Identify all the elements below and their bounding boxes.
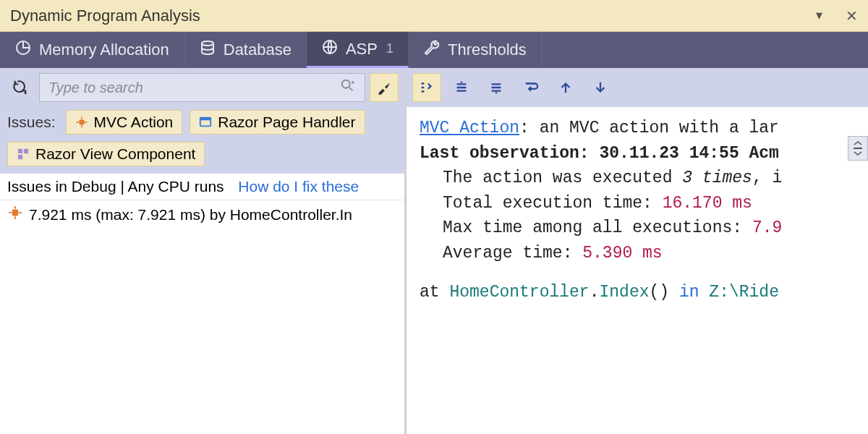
- filter-razor-page-handler[interactable]: Razor Page Handler: [190, 110, 365, 135]
- database-icon: [199, 39, 216, 61]
- refresh-button[interactable]: [6, 73, 35, 102]
- svg-rect-6: [200, 118, 210, 121]
- down-button[interactable]: [586, 73, 615, 102]
- wrench-icon: [423, 39, 441, 61]
- max-time-label: Max time among all executions:: [443, 218, 752, 237]
- search-field[interactable]: [39, 73, 365, 102]
- tab-label: ASP: [346, 40, 378, 59]
- tab-memory-allocation[interactable]: Memory Allocation: [0, 32, 184, 68]
- svg-rect-7: [18, 149, 22, 153]
- tab-badge: 1: [386, 41, 393, 56]
- file-path: Z:\Ride: [709, 283, 779, 302]
- avg-time-label: Average time:: [443, 244, 582, 263]
- details-text: The action was executed: [443, 169, 682, 187]
- highlight-button[interactable]: [370, 73, 399, 102]
- dropdown-icon[interactable]: ▾: [816, 9, 822, 22]
- tab-asp[interactable]: ASP 1: [307, 32, 409, 68]
- svg-rect-8: [24, 149, 28, 153]
- up-button[interactable]: [551, 73, 580, 102]
- target-icon: [75, 116, 88, 129]
- globe-icon: [321, 38, 339, 60]
- search-input[interactable]: [48, 80, 340, 96]
- details-text: : an MVC action with a lar: [519, 119, 779, 137]
- tab-thresholds[interactable]: Thresholds: [409, 32, 542, 68]
- parens: (): [649, 283, 678, 302]
- wrap-button[interactable]: [516, 73, 545, 102]
- method-name: Index: [599, 283, 649, 302]
- expand-selected-button[interactable]: [412, 73, 441, 102]
- svg-rect-4: [79, 119, 84, 124]
- how-do-i-fix-link[interactable]: How do I fix these: [238, 178, 359, 195]
- details-text: , i: [752, 169, 782, 187]
- separator: [224, 178, 233, 195]
- chip-label: Razor View Component: [35, 145, 195, 163]
- collapse-button[interactable]: [447, 73, 476, 102]
- window-icon: [199, 116, 212, 129]
- tab-label: Database: [224, 41, 292, 59]
- component-icon: [17, 148, 30, 161]
- last-observation-label: Last observation:: [420, 144, 599, 163]
- category-link[interactable]: MVC Action: [420, 119, 519, 137]
- issues-header-text: Issues in Debug | Any CPU runs: [7, 178, 224, 195]
- filter-mvc-action[interactable]: MVC Action: [66, 110, 183, 135]
- filter-razor-view-component[interactable]: Razor View Component: [7, 142, 205, 166]
- window-title: Dynamic Program Analysis: [10, 7, 816, 25]
- total-time-value: 16.170 ms: [663, 194, 752, 213]
- svg-rect-10: [12, 210, 19, 216]
- tab-database[interactable]: Database: [184, 32, 307, 68]
- controller-name: HomeController: [449, 283, 589, 302]
- svg-point-1: [202, 41, 213, 46]
- chip-label: Razor Page Handler: [218, 114, 355, 131]
- tab-label: Memory Allocation: [39, 41, 169, 59]
- dot: .: [590, 283, 600, 302]
- issue-text: 7.921 ms (max: 7.921 ms) by HomeControll…: [29, 206, 352, 224]
- target-icon: [7, 205, 23, 224]
- issues-label: Issues:: [7, 114, 56, 131]
- expand-button[interactable]: [482, 73, 511, 102]
- details-panel: MVC Action: an MVC action with a lar Las…: [407, 107, 868, 314]
- search-options-icon[interactable]: [340, 78, 356, 98]
- total-time-label: Total execution time:: [443, 194, 663, 213]
- last-observation-value: 30.11.23 14:55 Acm: [599, 144, 778, 163]
- max-time-value: 7.9: [752, 218, 782, 237]
- at-kw: at: [420, 283, 449, 302]
- chip-label: MVC Action: [94, 114, 174, 131]
- issue-item[interactable]: 7.921 ms (max: 7.921 ms) by HomeControll…: [0, 200, 404, 229]
- scroll-stepper[interactable]: [848, 136, 868, 161]
- pie-icon: [14, 39, 32, 61]
- close-icon[interactable]: ✕: [846, 9, 858, 23]
- svg-rect-9: [18, 155, 22, 159]
- tab-label: Thresholds: [448, 41, 527, 59]
- avg-time-value: 5.390 ms: [582, 244, 662, 263]
- svg-point-3: [342, 80, 350, 88]
- exec-times: 3 times: [682, 169, 752, 187]
- in-kw: in: [679, 283, 709, 302]
